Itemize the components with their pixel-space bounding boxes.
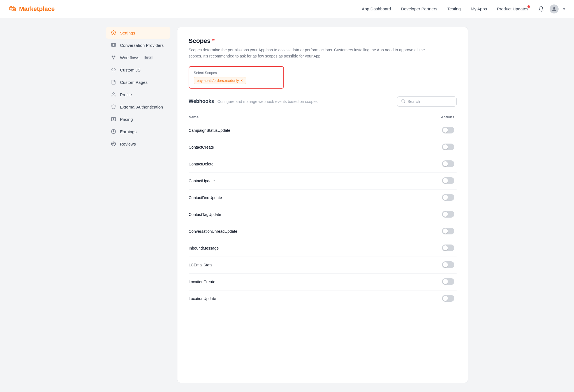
gear-icon <box>110 30 117 35</box>
nav-developer-partners[interactable]: Developer Partners <box>401 6 437 11</box>
table-row: ContactTagUpdate <box>189 206 457 223</box>
earnings-icon <box>110 129 117 134</box>
nav-testing[interactable]: Testing <box>447 6 461 11</box>
webhook-toggle[interactable] <box>442 177 454 184</box>
sidebar-item-settings[interactable]: Settings <box>106 27 170 39</box>
webhooks-header: Webhooks Configure and manage webhook ev… <box>189 96 457 107</box>
nav-product-updates[interactable]: Product Updates <box>497 6 528 11</box>
col-actions-header: Actions <box>392 112 457 122</box>
brand-logo[interactable]: 🛍 Marketplace <box>9 4 55 13</box>
webhook-toggle-cell <box>392 189 457 206</box>
svg-point-0 <box>113 32 114 34</box>
sidebar-item-external-authentication[interactable]: External Authentication <box>106 101 170 113</box>
svg-point-2 <box>112 56 113 57</box>
webhook-name: LCEmailStats <box>189 257 392 273</box>
search-icon <box>401 99 405 104</box>
table-row: ContactCreate <box>189 139 457 156</box>
webhook-toggle[interactable] <box>442 245 454 251</box>
webhook-toggle[interactable] <box>442 211 454 218</box>
table-row: ContactDndUpdate <box>189 189 457 206</box>
table-row: InboundMessage <box>189 240 457 257</box>
webhook-name: ConversationUnreadUpdate <box>189 223 392 240</box>
user-icon <box>552 7 556 11</box>
webhook-toggle[interactable] <box>442 228 454 234</box>
sidebar-conversation-providers-label: Conversation Providers <box>120 43 164 48</box>
avatar[interactable] <box>550 4 559 13</box>
sidebar-earnings-label: Earnings <box>120 129 136 134</box>
user-icon <box>110 92 117 97</box>
webhooks-search-box[interactable] <box>397 96 457 107</box>
webhook-toggle[interactable] <box>442 160 454 167</box>
sidebar-item-workflows[interactable]: Workflows beta <box>106 52 170 63</box>
sidebar-pricing-label: Pricing <box>120 117 133 122</box>
toggle-knob <box>443 279 448 284</box>
webhook-name: InboundMessage <box>189 240 392 257</box>
notification-bell-button[interactable] <box>537 5 545 13</box>
sidebar-item-earnings[interactable]: Earnings <box>106 126 170 137</box>
webhooks-title: Webhooks <box>189 98 214 104</box>
sidebar-item-custom-js[interactable]: Custom JS <box>106 64 170 76</box>
webhook-toggle[interactable] <box>442 278 454 285</box>
select-scopes-label: Select Scopes <box>194 71 279 75</box>
svg-point-3 <box>114 56 115 57</box>
sidebar-settings-label: Settings <box>120 31 135 35</box>
table-row: LocationCreate <box>189 273 457 290</box>
sidebar-reviews-label: Reviews <box>120 142 136 146</box>
sidebar-item-pricing[interactable]: Pricing <box>106 113 170 125</box>
webhook-toggle[interactable] <box>442 144 454 150</box>
webhooks-table: Name Actions CampaignStatusUpdateContact… <box>189 112 457 307</box>
nav-app-dashboard[interactable]: App Dashboard <box>362 6 391 11</box>
remove-scope-button[interactable]: × <box>240 79 243 82</box>
table-row: ContactUpdate <box>189 172 457 189</box>
svg-line-10 <box>404 102 405 103</box>
scopes-title: Scopes * <box>189 37 457 45</box>
sidebar-custom-pages-label: Custom Pages <box>120 80 147 85</box>
webhook-toggle-cell <box>392 257 457 273</box>
sidebar-item-profile[interactable]: Profile <box>106 89 170 100</box>
webhook-name: ContactDelete <box>189 156 392 172</box>
sidebar-item-custom-pages[interactable]: Custom Pages <box>106 76 170 88</box>
webhook-toggle[interactable] <box>442 295 454 302</box>
webhook-toggle-cell <box>392 139 457 156</box>
select-scopes-box[interactable]: Select Scopes payments/orders.readonly × <box>189 66 284 89</box>
sidebar-workflows-label: Workflows <box>120 55 139 60</box>
webhook-toggle-cell <box>392 223 457 240</box>
webhook-toggle-cell <box>392 290 457 307</box>
reviews-icon <box>110 141 117 146</box>
webhook-toggle-cell <box>392 206 457 223</box>
webhooks-subtitle: Configure and manage webhook events base… <box>217 99 318 104</box>
toggle-knob <box>443 195 448 200</box>
nav-links: App Dashboard Developer Partners Testing… <box>362 6 528 11</box>
webhook-name: ContactCreate <box>189 139 392 156</box>
toggle-knob <box>443 229 448 234</box>
webhook-toggle[interactable] <box>442 194 454 201</box>
table-row: CampaignStatusUpdate <box>189 122 457 139</box>
search-input[interactable] <box>408 99 452 104</box>
table-row: LocationUpdate <box>189 290 457 307</box>
webhook-toggle-cell <box>392 240 457 257</box>
nav-my-apps[interactable]: My Apps <box>471 6 487 11</box>
webhook-name: LocationUpdate <box>189 290 392 307</box>
shield-icon <box>110 104 117 109</box>
nav-product-updates-wrap: Product Updates <box>497 6 528 11</box>
webhook-toggle-cell <box>392 122 457 139</box>
user-menu-chevron[interactable]: ▾ <box>563 7 565 11</box>
toggle-knob <box>443 128 448 133</box>
sidebar: Settings Conversation Providers Workflow… <box>106 27 170 383</box>
table-row: ConversationUnreadUpdate <box>189 223 457 240</box>
scopes-description: Scopes determine the permissions your Ap… <box>189 47 430 59</box>
table-row: LCEmailStats <box>189 257 457 273</box>
sidebar-item-conversation-providers[interactable]: Conversation Providers <box>106 39 170 51</box>
sidebar-item-reviews[interactable]: Reviews <box>106 138 170 150</box>
toggle-knob <box>443 178 448 183</box>
webhook-toggle[interactable] <box>442 127 454 133</box>
notification-dot <box>527 5 530 8</box>
webhook-name: CampaignStatusUpdate <box>189 122 392 139</box>
svg-point-5 <box>113 93 114 94</box>
col-name-header: Name <box>189 112 392 122</box>
toggle-knob <box>443 296 448 301</box>
required-star: * <box>212 37 215 45</box>
bell-icon <box>538 6 544 12</box>
webhook-toggle[interactable] <box>442 261 454 268</box>
sidebar-profile-label: Profile <box>120 92 132 97</box>
